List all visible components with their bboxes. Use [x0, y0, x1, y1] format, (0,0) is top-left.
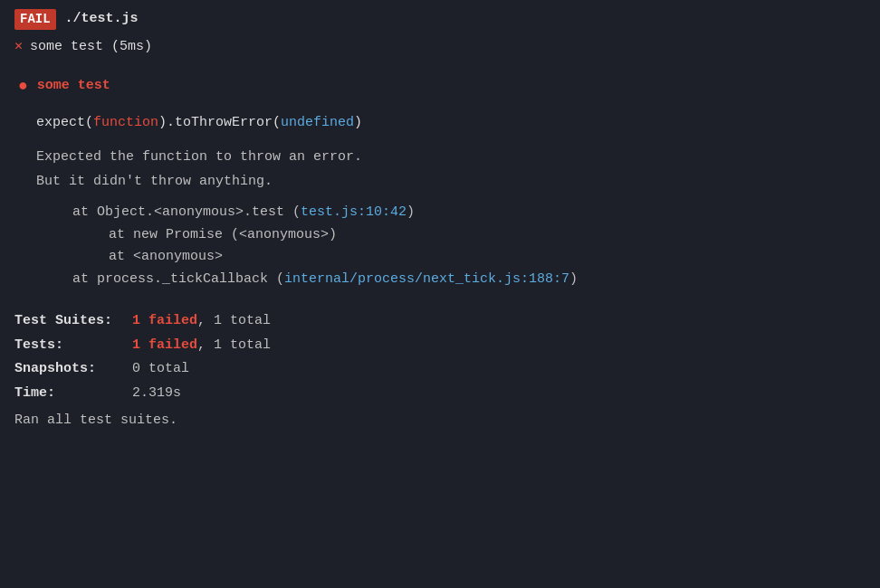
test-title: some test [37, 76, 110, 97]
summary-tests-rest: , 1 total [197, 336, 271, 356]
code-arg: undefined [281, 113, 354, 134]
stack-prefix-3: at <anonymous> [109, 249, 223, 264]
summary-tests-label: Tests: [14, 336, 132, 356]
summary-suites-row: Test Suites: 1 failed , 1 total [14, 311, 866, 332]
summary-suites-failed: 1 failed [132, 311, 197, 332]
stack-suffix-4: ) [569, 271, 578, 287]
stack-line-2: at new Promise (<anonymous>) [109, 225, 866, 246]
code-method: ).toThrowError( [158, 113, 281, 134]
error-line-2: But it didn't throw anything. [36, 172, 866, 193]
stack-suffix-1: ) [407, 204, 415, 220]
stack-prefix-1: at Object.<anonymous>.test ( [72, 204, 301, 220]
cross-icon: ✕ [14, 37, 23, 58]
stack-line-3: at <anonymous> [109, 247, 866, 268]
code-line: expect( function ).toThrowError( undefin… [36, 113, 866, 134]
test-section: ● some test expect( function ).toThrowEr… [14, 74, 866, 290]
error-line-1: Expected the function to throw an error. [36, 147, 866, 168]
summary-tests-failed: 1 failed [132, 336, 197, 356]
fail-badge: FAIL [14, 9, 56, 30]
summary-snapshots-row: Snapshots: 0 total [14, 359, 866, 380]
summary-section: Test Suites: 1 failed , 1 total Tests: 1… [14, 311, 866, 432]
test-title-line: ● some test [18, 74, 866, 99]
summary-tests-row: Tests: 1 failed , 1 total [14, 336, 866, 356]
header-bar: FAIL ./test.js [14, 9, 866, 30]
stack-trace: at Object.<anonymous>.test (test.js:10:4… [54, 203, 866, 289]
stack-prefix-4: at process._tickCallback ( [72, 271, 284, 287]
summary-suites-rest: , 1 total [197, 311, 271, 332]
code-close: ) [354, 113, 362, 134]
stack-line-1: at Object.<anonymous>.test (test.js:10:4… [72, 203, 866, 223]
bullet-icon: ● [18, 74, 28, 99]
stack-link-1: test.js:10:42 [301, 204, 407, 220]
file-name: ./test.js [65, 9, 139, 30]
code-block: expect( function ).toThrowError( undefin… [36, 113, 866, 134]
ran-all-line: Ran all test suites. [14, 411, 866, 432]
code-expect: expect( [36, 113, 93, 134]
stack-link-4: internal/process/next_tick.js:188:7 [284, 271, 569, 287]
summary-time-row: Time: 2.319s [14, 384, 866, 404]
code-function-keyword: function [93, 113, 158, 134]
test-result-line: ✕ some test (5ms) [14, 37, 866, 58]
summary-snapshots-value: 0 total [132, 359, 189, 380]
summary-time-value: 2.319s [132, 384, 181, 404]
summary-suites-label: Test Suites: [14, 311, 132, 332]
stack-line-4: at process._tickCallback (internal/proce… [72, 270, 866, 290]
stack-prefix-2: at new Promise (<anonymous>) [109, 227, 337, 242]
summary-time-label: Time: [14, 384, 132, 404]
summary-snapshots-label: Snapshots: [14, 359, 132, 380]
test-name-short: some test (5ms) [30, 37, 152, 58]
